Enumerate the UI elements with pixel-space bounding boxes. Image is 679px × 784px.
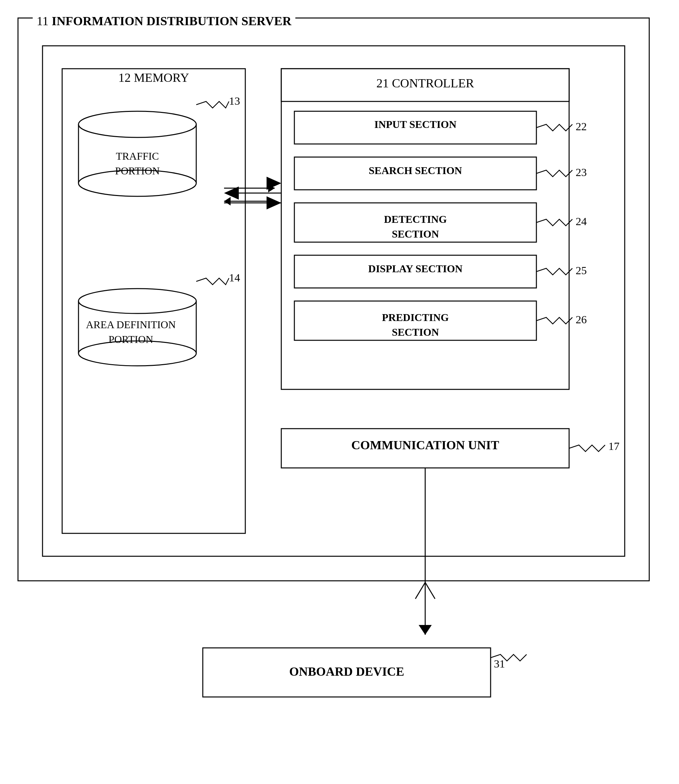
ref-23: 23: [576, 166, 587, 179]
server-label: 11 INFORMATION DISTRIBUTION SERVER: [33, 14, 295, 28]
detecting-section-label: DETECTING SECTION: [294, 212, 537, 241]
predicting-section-label: PREDICTING SECTION: [294, 310, 537, 340]
area-line1: AREA DEFINITION: [82, 317, 180, 332]
memory-num: 12: [118, 71, 131, 85]
svg-marker-30: [224, 197, 231, 205]
svg-marker-32: [419, 625, 432, 635]
page: 11 INFORMATION DISTRIBUTION SERVER 12 ME…: [0, 0, 679, 784]
svg-point-21: [78, 289, 196, 314]
svg-marker-24: [267, 177, 281, 190]
detecting-line1: DETECTING: [294, 212, 537, 227]
detecting-line2: SECTION: [294, 227, 537, 241]
memory-text: MEMORY: [134, 71, 189, 85]
controller-num: 21: [377, 76, 389, 90]
ref-14: 14: [229, 271, 240, 284]
ref-13: 13: [229, 95, 240, 107]
traffic-line2: PORTION: [92, 164, 183, 178]
predicting-line1: PREDICTING: [294, 310, 537, 325]
traffic-line1: TRAFFIC: [92, 149, 183, 164]
controller-label: 21 CONTROLLER: [281, 76, 569, 90]
comm-unit-label: COMMUNICATION UNIT: [281, 438, 569, 452]
ref-31: 31: [494, 658, 505, 670]
ref-17: 17: [609, 440, 620, 453]
display-section-label: DISPLAY SECTION: [294, 263, 537, 275]
svg-marker-26: [267, 196, 281, 209]
search-section-label: SEARCH SECTION: [294, 165, 537, 177]
ref-24: 24: [576, 215, 587, 228]
ref-26: 26: [576, 314, 587, 326]
ref-22: 22: [576, 121, 587, 133]
svg-marker-28: [268, 184, 275, 193]
controller-text: CONTROLLER: [392, 76, 474, 90]
ref-25: 25: [576, 264, 587, 277]
svg-marker-22: [224, 187, 239, 199]
svg-rect-2: [62, 69, 245, 533]
svg-rect-0: [18, 18, 649, 581]
svg-point-16: [78, 111, 196, 138]
server-text: INFORMATION DISTRIBUTION SERVER: [52, 14, 291, 28]
server-num: 11: [37, 14, 49, 28]
area-line2: PORTION: [82, 332, 180, 347]
predicting-line2: SECTION: [294, 325, 537, 340]
memory-label: 12 MEMORY: [62, 71, 245, 85]
traffic-portion-label: TRAFFIC PORTION: [92, 149, 183, 178]
area-definition-label: AREA DEFINITION PORTION: [82, 317, 180, 347]
input-section-label: INPUT SECTION: [294, 118, 537, 130]
onboard-device-label: ONBOARD DEVICE: [203, 664, 491, 679]
